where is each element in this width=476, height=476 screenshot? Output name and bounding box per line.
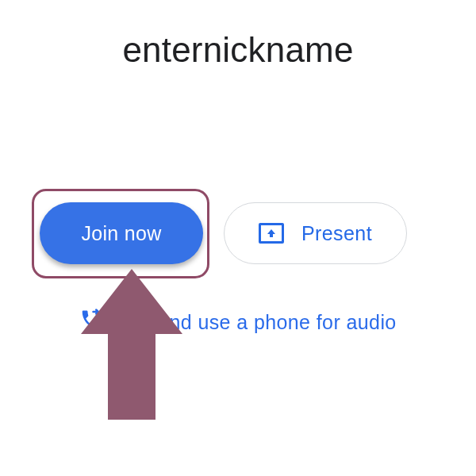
join-now-label: Join now (81, 222, 161, 245)
join-now-button[interactable]: Join now (40, 202, 203, 264)
present-to-screen-icon (259, 223, 284, 244)
join-by-phone-link[interactable]: Join and use a phone for audio (0, 308, 476, 336)
meeting-title: enternickname (0, 30, 476, 70)
join-buttons-row: Join now Present (40, 202, 407, 264)
present-button[interactable]: Present (224, 202, 407, 264)
annotation-arrow-icon (81, 269, 182, 420)
phone-audio-icon (79, 308, 103, 336)
join-by-phone-label: Join and use a phone for audio (114, 311, 396, 334)
present-label: Present (301, 222, 372, 245)
